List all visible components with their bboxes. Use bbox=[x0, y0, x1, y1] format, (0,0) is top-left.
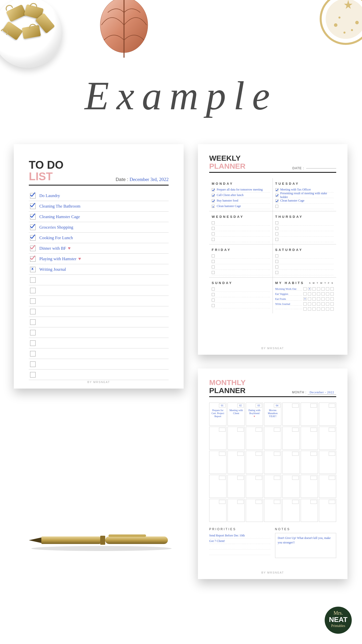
calendar-cell bbox=[264, 451, 281, 474]
todo-text: Cooking For Lunch bbox=[39, 235, 73, 240]
weekly-day: MONDAYPrepare all data for tomorrow meet… bbox=[209, 178, 273, 211]
calendar-cell bbox=[209, 475, 226, 498]
calendar-day-number: 04 bbox=[274, 404, 280, 408]
checkbox-icon bbox=[30, 204, 36, 209]
svg-point-4 bbox=[355, 21, 359, 24]
habit-cell bbox=[321, 297, 325, 301]
calendar-cell bbox=[301, 451, 318, 474]
todo-text: Groceries Shopping bbox=[39, 225, 73, 230]
habits-title: MY HABITS bbox=[275, 281, 304, 285]
logo-line1: Mrs. bbox=[333, 610, 343, 616]
day-name: TUESDAY bbox=[275, 182, 334, 186]
calendar-cell bbox=[209, 451, 226, 474]
calendar-day-number bbox=[310, 452, 317, 456]
checkbox-icon bbox=[212, 293, 215, 296]
checkbox-icon bbox=[212, 227, 215, 230]
calendar-cell bbox=[282, 475, 300, 498]
calendar-day-number bbox=[292, 500, 299, 504]
monthly-month: MONTH : December - 2022 bbox=[292, 391, 336, 394]
checkbox-icon bbox=[212, 299, 215, 302]
priority-row bbox=[209, 544, 271, 549]
habit-cell bbox=[303, 287, 307, 291]
todo-item-blank bbox=[29, 359, 169, 370]
checkbox-icon bbox=[30, 277, 36, 283]
calendar-cell bbox=[319, 451, 336, 474]
checkbox-icon bbox=[30, 351, 36, 356]
monthly-calendar: 01Prepare for Cert. Project Report02Meet… bbox=[209, 403, 336, 522]
weekly-row bbox=[212, 303, 270, 308]
calendar-day-number bbox=[329, 476, 335, 480]
habit-row: Morning Work Outx bbox=[275, 286, 334, 291]
notes-section: NOTES Don't Give Up! What doesn't kill y… bbox=[275, 527, 336, 558]
habit-cell bbox=[326, 287, 329, 291]
todo-item-blank bbox=[29, 370, 169, 380]
day-name: SUNDAY bbox=[212, 281, 270, 285]
priority-row: Send Report Before Dec 10th bbox=[209, 533, 271, 538]
weekly-row bbox=[275, 259, 334, 264]
habit-cell bbox=[321, 287, 325, 291]
calendar-day-number bbox=[274, 476, 280, 480]
calendar-cell bbox=[246, 475, 263, 498]
weekly-row bbox=[212, 270, 270, 275]
weekly-row: Presenting result of meeting with stake … bbox=[275, 193, 334, 198]
svg-point-7 bbox=[338, 17, 340, 19]
checkbox-icon bbox=[30, 225, 36, 230]
habit-cell bbox=[317, 287, 320, 291]
heart-icon: ♥ bbox=[68, 246, 71, 251]
checkbox-icon bbox=[30, 298, 36, 304]
calendar-day-number bbox=[256, 500, 262, 504]
calendar-cell bbox=[246, 499, 263, 522]
calendar-cell bbox=[264, 499, 281, 522]
weekly-row bbox=[212, 253, 270, 259]
calendar-day-number bbox=[310, 428, 317, 432]
logo-line2: NEAT bbox=[329, 616, 347, 623]
todo-list: Do LaundryCleaning The BathroomCleaning … bbox=[29, 191, 169, 380]
checkbox-icon bbox=[30, 372, 36, 378]
checkbox-icon bbox=[275, 205, 278, 208]
habit-cell bbox=[312, 302, 316, 306]
habit-cell bbox=[308, 292, 311, 296]
svg-rect-10 bbox=[41, 536, 100, 544]
calendar-cell bbox=[282, 427, 300, 450]
weekly-row bbox=[212, 220, 270, 226]
habit-cell bbox=[326, 292, 329, 296]
weekly-day: THURSDAY bbox=[273, 211, 336, 244]
weekly-text: Buy hamster food bbox=[217, 199, 238, 203]
calendar-day-number bbox=[256, 428, 262, 432]
example-title: Example bbox=[0, 73, 362, 119]
weekly-day: TUESDAYMeeting with Tax OfficerPresentin… bbox=[273, 178, 336, 211]
checkbox-icon bbox=[30, 288, 36, 293]
weekly-day: WEDNESDAY bbox=[209, 211, 273, 244]
calendar-cell-text: Dating with Boyfriend bbox=[247, 409, 262, 415]
weekly-text: Clean hamster Cage bbox=[217, 204, 241, 208]
calendar-cell bbox=[264, 475, 281, 498]
habit-cell bbox=[317, 307, 320, 311]
priority-row bbox=[209, 549, 271, 555]
calendar-day-number bbox=[237, 476, 244, 480]
todo-item: Cleaning The Bathroom bbox=[29, 201, 169, 212]
svg-point-8 bbox=[31, 546, 172, 551]
calendar-cell bbox=[246, 451, 263, 474]
calendar-day-number bbox=[329, 500, 335, 504]
calendar-cell bbox=[319, 427, 336, 450]
habit-label: Eat Fruits bbox=[275, 297, 302, 301]
habit-cell bbox=[303, 292, 307, 296]
todo-item-blank bbox=[29, 306, 169, 317]
day-name: SATURDAY bbox=[275, 248, 334, 252]
habit-cell bbox=[317, 302, 320, 306]
calendar-cell bbox=[301, 427, 318, 450]
checkbox-icon bbox=[275, 232, 278, 235]
todo-text: Writing Journal bbox=[39, 267, 66, 272]
weekly-row bbox=[212, 292, 270, 297]
heart-icon: ♥ bbox=[78, 256, 81, 261]
svg-rect-12 bbox=[105, 536, 168, 544]
svg-marker-9 bbox=[29, 537, 41, 543]
weekly-day: SUNDAY bbox=[209, 277, 273, 313]
weekly-text: Clean hamster Cage bbox=[280, 199, 305, 203]
calendar-day-number bbox=[329, 452, 335, 456]
checkbox-icon bbox=[212, 271, 215, 274]
calendar-day-number bbox=[292, 404, 299, 408]
calendar-cell: 04Movies Marathon YEAY! bbox=[264, 403, 281, 426]
todo-text: Cleaning The Bathroom bbox=[39, 204, 80, 209]
habit-cell bbox=[321, 302, 325, 306]
